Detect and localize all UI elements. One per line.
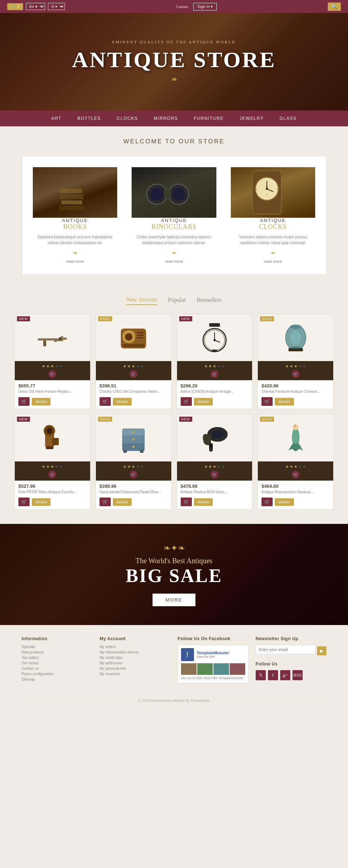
svg-rect-8 [164, 191, 171, 198]
cart-button[interactable]: 🛒 2 [7, 3, 23, 10]
social-google-plus[interactable]: g+ [280, 670, 290, 680]
footer-link-personal[interactable]: My personal info [100, 667, 170, 670]
footer-link-our-stores[interactable]: Our stores [22, 661, 92, 665]
mini-cart-3[interactable]: 🛒 [211, 370, 219, 378]
product-bottom-2: $396.51 Crosley CR31 NA Companion Retro.… [96, 380, 171, 409]
footer-account-title: My Account [100, 636, 170, 641]
product-badge-5: NEW [17, 417, 30, 422]
product-bottom-6: $398.96 Hand painted Distressed Pastel B… [96, 481, 171, 509]
add-to-cart-2[interactable]: 🛒 [100, 397, 111, 406]
read-more-binoculars[interactable]: read more [165, 259, 183, 264]
social-twitter[interactable]: 𝕏 [256, 670, 266, 680]
product-image-wrap-6: SALE [96, 415, 171, 461]
social-rss[interactable]: RSS [292, 670, 303, 680]
footer-link-vouchers[interactable]: My vouchers [100, 672, 170, 676]
details-btn-2[interactable]: details [113, 398, 132, 405]
nav-mirrors[interactable]: MIRRORS [146, 110, 186, 126]
nav-clocks[interactable]: CLOCKS [109, 110, 146, 126]
svg-point-57 [293, 424, 299, 430]
mini-cart-5[interactable]: 🛒 [48, 470, 56, 478]
stars-4: ★ ★ ★ ★ ★ [261, 364, 330, 369]
footer-link-returns[interactable]: My merchandise returns [100, 650, 170, 654]
footer-link-orders[interactable]: My orders [100, 645, 170, 649]
social-facebook[interactable]: f [268, 670, 278, 680]
tab-new-arrivals[interactable]: New Arrivals [126, 296, 157, 305]
footer-link-contact[interactable]: Contact us [22, 667, 92, 670]
details-btn-4[interactable]: details [275, 398, 294, 405]
svg-rect-43 [46, 446, 53, 449]
add-to-cart-1[interactable]: 🛒 [18, 397, 30, 406]
add-to-cart-3[interactable]: 🛒 [181, 397, 192, 406]
read-more-books[interactable]: read more [66, 259, 84, 264]
contact-link[interactable]: Contact [176, 4, 188, 9]
currency-selector[interactable]: S ▾ [48, 3, 65, 10]
welcome-section: WELCOME TO OUR STORE [0, 126, 348, 152]
search-button[interactable]: 🔍 [328, 3, 341, 11]
footer-link-addresses[interactable]: My addresses [100, 661, 170, 665]
add-to-cart-4[interactable]: 🛒 [261, 397, 273, 406]
footer-link-sitemap[interactable]: Sitemap [22, 677, 92, 681]
details-btn-7[interactable]: details [194, 498, 213, 506]
featured-image-binoculars [132, 167, 216, 218]
footer-link-payex[interactable]: Payex configuration [22, 672, 92, 676]
language-selector[interactable]: En ▾ [26, 3, 45, 10]
cart-row-6: 🛒 [100, 470, 168, 478]
hero-ornament: ❧ [171, 75, 177, 84]
product-actions-6: 🛒 details [100, 498, 168, 506]
details-btn-6[interactable]: details [113, 498, 132, 506]
footer-link-new-products[interactable]: New products [22, 650, 92, 654]
svg-point-35 [290, 325, 301, 329]
card-ornament: ❧ [270, 249, 275, 256]
mini-cart-4[interactable]: 🛒 [292, 370, 300, 378]
footer-link-credit[interactable]: My credit slips [100, 656, 170, 660]
product-price-6: $398.96 [100, 483, 168, 489]
footer-link-specials[interactable]: Specials [22, 645, 92, 649]
mini-cart-1[interactable]: 🛒 [48, 370, 56, 378]
footer-link-top-sellers[interactable]: Top sellers [22, 656, 92, 660]
mini-cart-7[interactable]: 🛒 [211, 470, 219, 478]
details-btn-5[interactable]: details [32, 498, 50, 506]
svg-rect-3 [59, 205, 84, 210]
details-btn-8[interactable]: details [275, 498, 294, 506]
tab-bestsellers[interactable]: Bestsellers [197, 296, 222, 305]
nav-art[interactable]: ART [43, 110, 69, 126]
add-to-cart-8[interactable]: 🛒 [261, 498, 273, 506]
cart-row-7: 🛒 [181, 470, 249, 478]
add-to-cart-7[interactable]: 🛒 [181, 498, 192, 506]
fb-followers: Like on 23,565 others like TemplateMonst… [181, 676, 245, 680]
nav-glass[interactable]: GLASS [272, 110, 305, 126]
nav-furniture[interactable]: FURNITURE [186, 110, 232, 126]
add-to-cart-6[interactable]: 🛒 [100, 498, 111, 506]
add-to-cart-5[interactable]: 🛒 [18, 498, 30, 506]
svg-rect-25 [137, 337, 144, 338]
card-title-main: BINOCULARS [151, 223, 197, 231]
mini-cart-8[interactable]: 🛒 [292, 470, 300, 478]
sale-ornament: ❧✦❧ [163, 543, 185, 553]
product-card: NEW ★ ★ ★ ★ ★ 🛒 [177, 414, 253, 509]
read-more-clocks[interactable]: read more [264, 259, 282, 264]
product-name-7: Antique Replica RCA Victor... [181, 490, 249, 495]
nav-bottles[interactable]: BOTTLES [70, 110, 109, 126]
card-ornament: ❧ [73, 249, 78, 256]
top-bar-center: Contact Sign In ▾ [176, 3, 217, 10]
product-bottom-4: $420.96 Oriental Furniture Antique Chine… [258, 380, 333, 409]
signin-button[interactable]: Sign In ▾ [193, 3, 217, 10]
mini-cart-6[interactable]: 🛒 [129, 470, 137, 478]
svg-point-22 [125, 333, 132, 340]
cart-row-8: 🛒 [261, 470, 330, 478]
details-btn-3[interactable]: details [194, 398, 213, 405]
footer-facebook-title: Follow Us On Facebook [178, 636, 248, 641]
svg-rect-33 [212, 350, 217, 352]
follow-us-title: Follow Us [256, 661, 326, 667]
product-info-5: ★ ★ ★ ★ ★ 🛒 [15, 461, 90, 481]
more-button[interactable]: MORE [153, 594, 195, 606]
featured-card-clocks: 12 6 9 3 ANTIQUE CLOCKS Vianestun eykeer… [227, 164, 319, 267]
newsletter-submit[interactable]: ▶ [317, 646, 326, 655]
tab-popular[interactable]: Popular [168, 296, 186, 305]
nav-jewelry[interactable]: JEWELRY [232, 110, 272, 126]
details-btn-1[interactable]: details [32, 398, 50, 405]
newsletter-email-input[interactable] [256, 645, 316, 654]
svg-point-6 [150, 188, 163, 201]
mini-cart-2[interactable]: 🛒 [129, 370, 137, 378]
svg-rect-26 [123, 344, 144, 347]
